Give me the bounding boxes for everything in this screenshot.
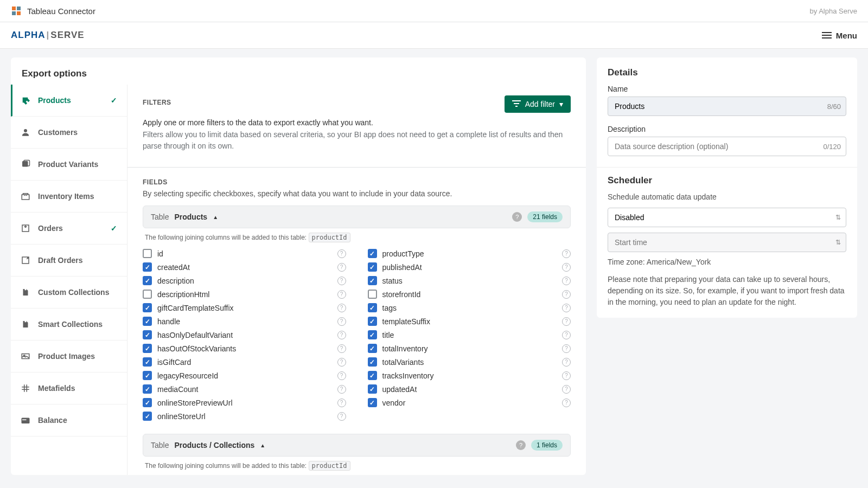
field-checkbox[interactable]: [143, 290, 152, 299]
start-time-input[interactable]: [608, 233, 846, 252]
sidebar-item-inventory-items[interactable]: Inventory Items: [11, 181, 127, 213]
menu-button[interactable]: Menu: [822, 31, 857, 40]
field-name: id: [157, 249, 332, 258]
sidebar-icon: [21, 319, 30, 329]
field-checkbox[interactable]: [143, 262, 152, 272]
help-icon[interactable]: ?: [337, 399, 346, 407]
sidebar-item-customers[interactable]: Customers: [11, 117, 127, 149]
field-name: isGiftCard: [157, 358, 332, 367]
hamburger-icon: [822, 32, 832, 38]
help-icon[interactable]: ?: [512, 212, 522, 222]
help-icon[interactable]: ?: [562, 263, 571, 272]
field-checkbox[interactable]: [143, 344, 152, 353]
help-icon[interactable]: ?: [337, 277, 346, 285]
field-checkbox[interactable]: [143, 317, 152, 326]
field-item: storefrontId?: [368, 287, 571, 301]
sidebar-icon: [21, 383, 30, 393]
field-checkbox[interactable]: [368, 317, 377, 326]
sidebar-item-product-variants[interactable]: Product Variants: [11, 149, 127, 181]
sidebar-item-orders[interactable]: Orders✓: [11, 213, 127, 245]
field-item: onlineStorePreviewUrl?: [143, 396, 346, 409]
desc-input[interactable]: [608, 137, 846, 156]
field-checkbox[interactable]: [368, 262, 377, 272]
sidebar-item-products[interactable]: Products✓: [11, 85, 127, 117]
help-icon[interactable]: ?: [337, 371, 346, 380]
field-name: vendor: [382, 399, 557, 407]
field-checkbox[interactable]: [368, 290, 377, 299]
help-icon[interactable]: ?: [516, 440, 526, 450]
field-checkbox[interactable]: [368, 276, 377, 285]
help-icon[interactable]: ?: [562, 385, 571, 394]
container: Export options Products✓CustomersProduct…: [0, 49, 868, 484]
field-checkbox[interactable]: [143, 371, 152, 380]
help-icon[interactable]: ?: [562, 344, 571, 353]
field-name: descriptionHtml: [157, 290, 332, 299]
help-icon[interactable]: ?: [562, 371, 571, 380]
field-checkbox[interactable]: [368, 371, 377, 380]
caret-up-icon: ▲: [213, 214, 218, 220]
field-checkbox[interactable]: [143, 357, 152, 367]
help-icon[interactable]: ?: [337, 317, 346, 326]
field-item: id?: [143, 247, 346, 260]
field-checkbox[interactable]: [368, 330, 377, 339]
filters-desc: Filters allow you to limit data based on…: [143, 129, 571, 152]
help-icon[interactable]: ?: [337, 304, 346, 312]
sidebar-item-custom-collections[interactable]: Custom Collections: [11, 277, 127, 309]
field-item: status?: [368, 274, 571, 287]
help-icon[interactable]: ?: [562, 304, 571, 312]
details-card: Details Name 8/60 Description 0/120 Sche…: [597, 57, 857, 318]
help-icon[interactable]: ?: [562, 249, 571, 258]
help-icon[interactable]: ?: [337, 344, 346, 353]
details-title: Details: [608, 67, 846, 78]
field-checkbox[interactable]: [368, 344, 377, 353]
help-icon[interactable]: ?: [337, 263, 346, 272]
field-checkbox[interactable]: [143, 398, 152, 407]
field-checkbox[interactable]: [368, 384, 377, 394]
help-icon[interactable]: ?: [562, 290, 571, 299]
select-caret-icon: ⇅: [835, 214, 841, 221]
svg-rect-16: [512, 100, 521, 101]
help-icon[interactable]: ?: [337, 290, 346, 299]
table-header-collections[interactable]: Table Products / Collections ▲ ? 1 field…: [143, 434, 571, 457]
table-header-products[interactable]: Table Products ▲ ? 21 fields: [143, 206, 571, 228]
sidebar-item-smart-collections[interactable]: Smart Collections: [11, 309, 127, 341]
sidebar-item-balance[interactable]: Balance: [11, 404, 127, 436]
side-panel: Details Name 8/60 Description 0/120 Sche…: [597, 57, 857, 475]
sidebar-item-draft-orders[interactable]: Draft Orders: [11, 245, 127, 277]
help-icon[interactable]: ?: [562, 358, 571, 367]
scheduler-mode-select[interactable]: Disabled: [608, 208, 846, 227]
sidebar-item-label: Balance: [38, 416, 67, 425]
field-checkbox[interactable]: [143, 412, 152, 421]
help-icon[interactable]: ?: [562, 277, 571, 285]
add-filter-button[interactable]: Add filter ▾: [505, 95, 571, 113]
sidebar-item-product-images[interactable]: Product Images: [11, 341, 127, 373]
main-panel: Export options Products✓CustomersProduct…: [11, 57, 586, 475]
name-input[interactable]: [608, 97, 846, 116]
field-name: handle: [157, 317, 332, 326]
help-icon[interactable]: ?: [337, 249, 346, 258]
help-icon[interactable]: ?: [562, 399, 571, 407]
field-checkbox[interactable]: [143, 384, 152, 394]
field-checkbox[interactable]: [143, 249, 152, 258]
field-checkbox[interactable]: [368, 357, 377, 367]
logo: ALPHA|SERVE: [11, 30, 85, 41]
sidebar: Products✓CustomersProduct VariantsInvent…: [11, 85, 127, 475]
field-checkbox[interactable]: [368, 398, 377, 407]
scheduler-note: Please note that preparing your data can…: [608, 274, 846, 308]
field-checkbox[interactable]: [143, 276, 152, 285]
sidebar-item-label: Product Variants: [38, 160, 98, 169]
field-checkbox[interactable]: [143, 330, 152, 339]
sidebar-icon: [21, 191, 30, 201]
help-icon[interactable]: ?: [562, 331, 571, 339]
field-checkbox[interactable]: [143, 303, 152, 312]
help-icon[interactable]: ?: [337, 331, 346, 339]
field-checkbox[interactable]: [368, 249, 377, 258]
help-icon[interactable]: ?: [337, 412, 346, 421]
help-icon[interactable]: ?: [337, 385, 346, 394]
content: FILTERS Add filter ▾ Apply one or more f…: [127, 85, 586, 475]
field-checkbox[interactable]: [368, 303, 377, 312]
help-icon[interactable]: ?: [337, 358, 346, 367]
sidebar-item-metafields[interactable]: Metafields: [11, 373, 127, 404]
help-icon[interactable]: ?: [562, 317, 571, 326]
svg-rect-1: [17, 7, 21, 10]
